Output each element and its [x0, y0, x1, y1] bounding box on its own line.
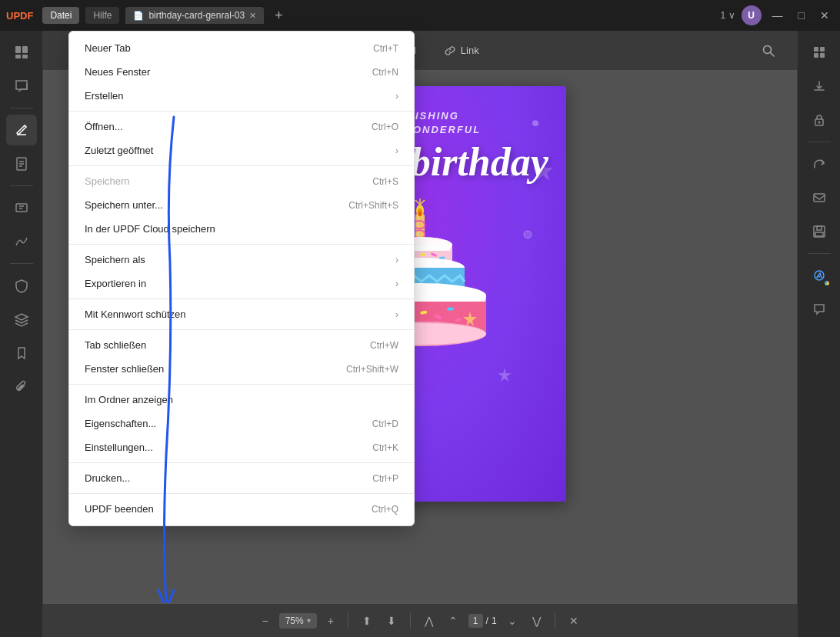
- menu-item-label-speichern: Speichern: [85, 175, 130, 187]
- close-tab-icon[interactable]: ✕: [249, 11, 256, 21]
- menu-item-label-neues-fenster: Neues Fenster: [85, 66, 150, 78]
- svg-rect-68: [815, 232, 823, 236]
- fit-width-button[interactable]: ⬆: [358, 612, 376, 630]
- menu-item-tab-schliessen[interactable]: Tab schließenCtrl+W: [69, 333, 414, 357]
- svg-line-16: [771, 52, 775, 56]
- right-icon-download[interactable]: [804, 71, 835, 102]
- menu-item-speichern: SpeichernCtrl+S: [69, 169, 414, 193]
- maximize-button[interactable]: □: [794, 8, 809, 23]
- page-counter[interactable]: 1 ∨: [721, 10, 735, 21]
- svg-rect-0: [15, 46, 21, 53]
- logo-text: UPDF: [6, 10, 33, 22]
- menu-item-exportieren[interactable]: Exportieren in›: [69, 272, 414, 295]
- svg-rect-1: [22, 46, 28, 53]
- zoom-dropdown-icon[interactable]: ▾: [307, 616, 311, 625]
- right-icon-comment[interactable]: [804, 294, 835, 325]
- right-icon-share[interactable]: [804, 148, 835, 179]
- close-window-button[interactable]: ✕: [815, 8, 834, 23]
- menu-item-label-ordner: Im Ordner anzeigen: [85, 394, 173, 405]
- menu-item-beenden[interactable]: UPDF beendenCtrl+Q: [69, 497, 414, 521]
- menu-separator: [69, 329, 414, 330]
- menu-shortcut-neues-fenster: Ctrl+N: [372, 67, 398, 78]
- sidebar-icon-protect[interactable]: [6, 270, 37, 301]
- menu-item-label-passwort: Mit Kennwort schützen: [85, 308, 186, 320]
- page-separator: /: [486, 615, 488, 626]
- total-pages: 1: [492, 615, 497, 626]
- menu-item-speichern-als[interactable]: Speichern als›: [69, 248, 414, 272]
- menu-item-einstellungen[interactable]: Einstellungen...Ctrl+K: [69, 435, 414, 459]
- menu-separator: [69, 111, 414, 112]
- menu-tab-datei[interactable]: Datei: [42, 7, 79, 24]
- user-avatar[interactable]: U: [742, 5, 762, 25]
- menu-arrow-erstellen: ›: [395, 91, 398, 102]
- right-icon-save[interactable]: [804, 216, 835, 247]
- minimize-button[interactable]: —: [768, 8, 788, 23]
- menu-separator: [69, 493, 414, 494]
- next-page-button2[interactable]: ⋁: [528, 612, 545, 630]
- menu-item-cloud[interactable]: In der UPDF Cloud speichern: [69, 217, 414, 241]
- sidebar-icon-sign[interactable]: [6, 226, 37, 257]
- menu-arrow-zuletzt: ›: [395, 145, 398, 156]
- sidebar-icon-view[interactable]: [6, 37, 37, 68]
- svg-marker-26: [498, 368, 512, 381]
- menu-item-erstellen[interactable]: Erstellen›: [69, 84, 414, 108]
- title-bar: UPDF Datei Hilfe 📄 birthday-card-genral-…: [0, 0, 840, 31]
- zoom-in-button[interactable]: +: [323, 612, 338, 630]
- menu-item-fenster-schliessen[interactable]: Fenster schließenCtrl+Shift+W: [69, 357, 414, 381]
- menu-item-label-cloud: In der UPDF Cloud speichern: [85, 223, 215, 235]
- menu-item-eigenschaften[interactable]: Eigenschaften...Ctrl+D: [69, 412, 414, 435]
- menu-item-label-speichern-unter: Speichern unter...: [85, 199, 163, 211]
- sidebar-icon-comment[interactable]: [6, 71, 37, 102]
- menu-item-passwort[interactable]: Mit Kennwort schützen›: [69, 302, 414, 326]
- prev-page-button2[interactable]: ⌃: [444, 612, 462, 630]
- current-page[interactable]: 1: [468, 614, 483, 628]
- menu-item-neuer-tab[interactable]: Neuer TabCtrl+T: [69, 36, 414, 60]
- menu-item-ordner[interactable]: Im Ordner anzeigen: [69, 388, 414, 412]
- zoom-out-button[interactable]: −: [257, 612, 272, 630]
- sidebar-icon-layers[interactable]: [6, 304, 37, 335]
- sidebar-icon-attachment[interactable]: [6, 372, 37, 402]
- menu-shortcut-speichern: Ctrl+S: [372, 176, 398, 187]
- svg-rect-62: [820, 53, 825, 58]
- menu-separator: [69, 384, 414, 385]
- prev-page-button[interactable]: ⋀: [420, 612, 438, 630]
- page-display: 1 / 1: [468, 614, 497, 628]
- menu-item-label-eigenschaften: Eigenschaften...: [85, 418, 156, 429]
- menu-shortcut-tab-schliessen: Ctrl+W: [370, 340, 398, 351]
- svg-point-64: [818, 122, 820, 124]
- sidebar-icon-bookmark[interactable]: [6, 338, 37, 369]
- menu-item-oeffnen[interactable]: Öffnen...Ctrl+O: [69, 115, 414, 138]
- menu-item-label-neuer-tab: Neuer Tab: [85, 42, 131, 54]
- right-sidebar: [797, 31, 840, 637]
- menu-separator: [69, 165, 414, 166]
- file-dropdown-menu: Neuer TabCtrl+TNeues FensterCtrl+NErstel…: [68, 31, 415, 526]
- menu-item-speichern-unter[interactable]: Speichern unter...Ctrl+Shift+S: [69, 193, 414, 217]
- right-icon-lock[interactable]: [804, 105, 835, 135]
- menu-item-label-speichern-als: Speichern als: [85, 254, 145, 265]
- menu-arrow-speichern-als: ›: [395, 255, 398, 265]
- next-page-button[interactable]: ⌄: [503, 612, 522, 630]
- menu-item-zuletzt[interactable]: Zuletzt geöffnet›: [69, 138, 414, 162]
- fit-page-button[interactable]: ⬇: [382, 612, 401, 630]
- svg-rect-59: [814, 47, 818, 52]
- menu-item-neues-fenster[interactable]: Neues FensterCtrl+N: [69, 60, 414, 84]
- link-tool-button[interactable]: Link: [435, 40, 488, 62]
- app-logo: UPDF: [6, 10, 33, 22]
- svg-point-69: [815, 271, 824, 280]
- right-icon-grid[interactable]: [804, 37, 835, 68]
- sidebar-icon-forms[interactable]: [6, 192, 37, 223]
- menu-item-label-einstellungen: Einstellungen...: [85, 442, 153, 453]
- add-tab-button[interactable]: +: [270, 8, 288, 24]
- sidebar-icon-pages[interactable]: [6, 148, 37, 179]
- right-icon-ai[interactable]: [804, 260, 835, 291]
- menu-item-drucken[interactable]: Drucken...Ctrl+P: [69, 466, 414, 490]
- sidebar-icon-edit[interactable]: [6, 115, 37, 145]
- menu-shortcut-fenster-schliessen: Ctrl+Shift+W: [346, 364, 398, 375]
- menu-tab-hilfe[interactable]: Hilfe: [85, 7, 119, 24]
- zoom-display: 75% ▾: [279, 613, 317, 629]
- document-tab[interactable]: 📄 birthday-card-genral-03 ✕: [125, 7, 264, 24]
- right-icon-mail[interactable]: [804, 182, 835, 213]
- menu-item-label-exportieren: Exportieren in: [85, 278, 146, 289]
- search-button[interactable]: [752, 39, 785, 62]
- close-bottom-button[interactable]: ✕: [565, 612, 583, 630]
